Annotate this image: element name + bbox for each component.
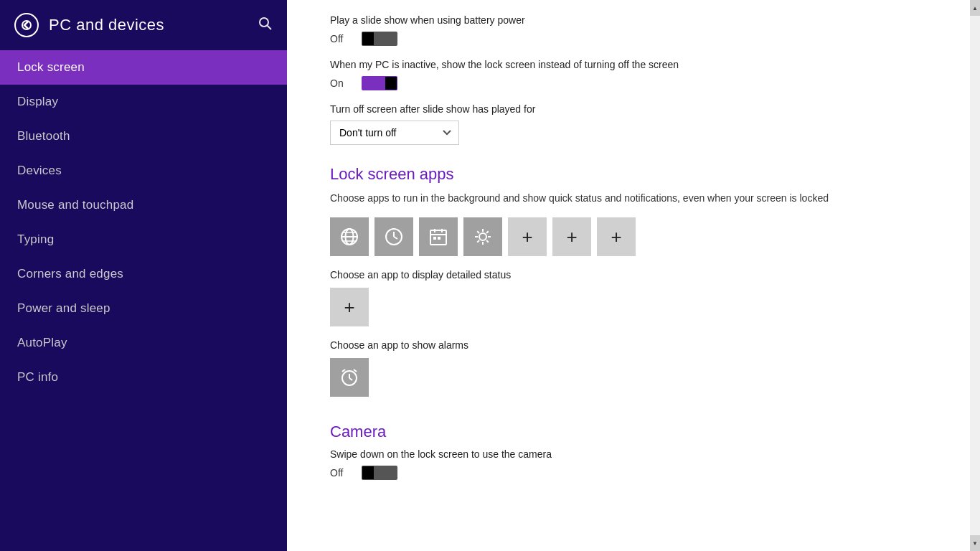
app-icon-calendar[interactable]	[419, 217, 458, 256]
detailed-status-label: Choose an app to display detailed status	[330, 269, 927, 281]
scrollbar: ▲ ▼	[970, 0, 980, 551]
sidebar-title: PC and devices	[49, 16, 164, 34]
scroll-track	[970, 16, 980, 535]
sidebar-item-devices[interactable]: Devices	[0, 154, 287, 188]
alarms-label: Choose an app to show alarms	[330, 339, 927, 351]
sidebar-item-autoplay[interactable]: AutoPlay	[0, 326, 287, 360]
svg-line-22	[477, 231, 479, 233]
camera-swipe-setting: Swipe down on the lock screen to use the…	[330, 448, 927, 480]
lock-screen-apps-desc: Choose apps to run in the background and…	[330, 191, 927, 206]
lock-screen-apps-icons: + + +	[330, 217, 927, 256]
camera-toggle-state: Off	[330, 467, 352, 479]
search-button[interactable]	[258, 17, 273, 34]
slideshow-battery-label: Play a slide show when using battery pow…	[330, 14, 927, 26]
app-icon-add-1[interactable]: +	[508, 217, 547, 256]
svg-line-24	[486, 231, 489, 233]
scroll-up-button[interactable]: ▲	[970, 0, 980, 16]
sidebar-nav: Lock screen Display Bluetooth Devices Mo…	[0, 50, 287, 395]
inactive-lock-screen-toggle[interactable]	[362, 76, 397, 90]
sidebar-item-power-sleep[interactable]: Power and sleep	[0, 291, 287, 326]
app-icon-detailed-status-add[interactable]: +	[330, 288, 369, 326]
app-icon-alarm-clock[interactable]	[330, 358, 369, 397]
inactive-lock-screen-thumb	[385, 77, 397, 90]
sidebar-item-pc-info[interactable]: PC info	[0, 360, 287, 395]
app-icon-globe[interactable]	[330, 217, 369, 256]
svg-line-25	[477, 240, 479, 242]
sidebar-item-bluetooth[interactable]: Bluetooth	[0, 119, 287, 154]
scroll-down-button[interactable]: ▼	[970, 535, 980, 551]
slideshow-turnoff-label: Turn off screen after slide show has pla…	[330, 103, 927, 115]
slideshow-battery-toggle[interactable]	[362, 32, 397, 46]
svg-line-29	[342, 369, 345, 372]
slideshow-battery-setting: Play a slide show when using battery pow…	[330, 14, 927, 46]
svg-point-1	[260, 18, 268, 27]
app-icon-clock[interactable]	[374, 217, 413, 256]
back-button[interactable]	[14, 13, 39, 37]
svg-point-17	[479, 233, 486, 240]
app-icon-add-2[interactable]: +	[552, 217, 591, 256]
app-icon-add-3[interactable]: +	[597, 217, 636, 256]
main-content: Play a slide show when using battery pow…	[287, 0, 970, 551]
slideshow-battery-thumb	[362, 32, 374, 45]
app-icon-brightness[interactable]	[463, 217, 502, 256]
svg-line-10	[394, 237, 397, 239]
sidebar-item-display[interactable]: Display	[0, 85, 287, 119]
camera-swipe-label: Swipe down on the lock screen to use the…	[330, 448, 927, 460]
sidebar-item-mouse-touchpad[interactable]: Mouse and touchpad	[0, 188, 287, 222]
camera-section-title: Camera	[330, 423, 927, 441]
slideshow-battery-state: Off	[330, 33, 352, 44]
sidebar-item-lock-screen[interactable]: Lock screen	[0, 50, 287, 85]
slideshow-turnoff-dropdown[interactable]: Don't turn off 5 minutes 10 minutes 30 m…	[330, 121, 459, 145]
inactive-lock-screen-state: On	[330, 77, 352, 89]
svg-rect-15	[433, 237, 436, 240]
camera-swipe-toggle-row: Off	[330, 466, 927, 480]
camera-toggle-thumb	[362, 466, 374, 479]
svg-line-23	[486, 240, 489, 242]
sidebar-item-typing[interactable]: Typing	[0, 222, 287, 257]
sidebar: PC and devices Lock screen Display Bluet…	[0, 0, 287, 551]
lock-screen-apps-title: Lock screen apps	[330, 165, 927, 184]
slideshow-battery-toggle-row: Off	[330, 32, 927, 46]
svg-line-30	[354, 369, 357, 372]
sidebar-item-corners-edges[interactable]: Corners and edges	[0, 257, 287, 291]
slideshow-turnoff-setting: Turn off screen after slide show has pla…	[330, 103, 927, 145]
svg-line-28	[349, 378, 352, 380]
sidebar-header: PC and devices	[0, 0, 287, 50]
inactive-lock-screen-label: When my PC is inactive, show the lock sc…	[330, 59, 927, 70]
svg-line-2	[268, 26, 272, 30]
svg-rect-16	[438, 237, 440, 240]
camera-toggle[interactable]	[362, 466, 397, 480]
inactive-lock-screen-setting: When my PC is inactive, show the lock sc…	[330, 59, 927, 90]
inactive-lock-screen-toggle-row: On	[330, 76, 927, 90]
